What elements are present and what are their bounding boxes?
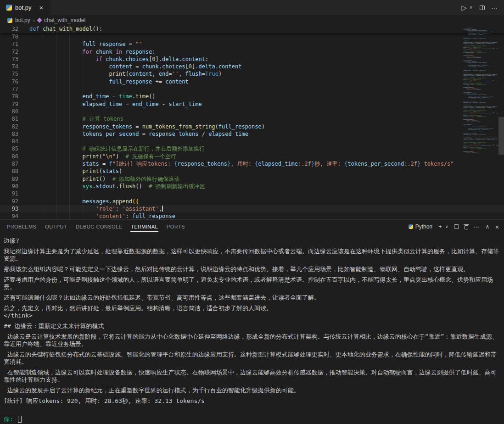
code-token: full_response <box>83 41 126 47</box>
code-token: , <box>179 71 185 77</box>
editor-more-actions-icon[interactable]: ⋯ <box>491 5 498 11</box>
kill-terminal-icon[interactable] <box>464 224 469 229</box>
line-number[interactable]: 78 <box>0 93 18 100</box>
code-token: def <box>29 26 39 32</box>
code-token: content <box>489 31 493 33</box>
minimap-line: 'content': full_response <box>454 153 498 155</box>
code-token: () <box>149 93 155 100</box>
code-line[interactable]: 72 for chunk in response: <box>0 48 504 56</box>
line-number[interactable]: 86 <box>0 153 18 160</box>
new-terminal-icon[interactable]: + <box>438 224 442 229</box>
python-file-icon <box>6 5 12 11</box>
terminal-profile[interactable]: Python <box>409 223 432 230</box>
line-number[interactable]: 71 <box>0 40 18 48</box>
line-number[interactable]: 94 <box>0 212 18 220</box>
code-line[interactable]: 84 <box>0 138 504 145</box>
code-line[interactable]: 76 full_response += content <box>0 78 504 85</box>
code-line[interactable]: 85 # 确保统计信息显示在新行，并在后额外添加换行 <box>0 145 504 152</box>
terminal[interactable]: 边缘?我记得边缘计算主要是为了减少延迟，处理靠近数据源的数据，这样可以更快响应，… <box>0 234 504 424</box>
line-number[interactable]: 77 <box>0 85 18 93</box>
code-token: = <box>168 71 172 77</box>
code-line[interactable]: 81 # 计算 tokens <box>0 115 504 123</box>
line-number[interactable]: 84 <box>0 138 18 145</box>
code-line[interactable]: 83 tokens_per_second = response_tokens /… <box>0 130 504 138</box>
code-line[interactable]: 88 print(stats) <box>0 167 504 175</box>
code-token: = <box>99 161 109 167</box>
code-token: 0 <box>152 56 155 62</box>
editor-tab-botpy[interactable]: bot.py × <box>0 0 50 15</box>
run-python-file-icon[interactable]: ▷ <box>461 4 467 11</box>
line-number[interactable]: 83 <box>0 130 18 138</box>
panel-tab-debug-console[interactable]: DEBUG CONSOLE <box>75 222 123 232</box>
panel-tab-problems[interactable]: PROBLEMS <box>6 222 37 232</box>
editor-scrollbar-thumb[interactable] <box>498 117 504 155</box>
code-line[interactable]: 91 <box>0 190 504 197</box>
split-editor-icon[interactable] <box>480 6 485 10</box>
line-number[interactable]: 72 <box>0 48 18 56</box>
line-number[interactable]: 92 <box>0 198 18 205</box>
line-number[interactable]: 79 <box>0 100 18 108</box>
code-line[interactable]: 77 <box>0 85 504 93</box>
line-number[interactable]: 70 <box>0 33 18 40</box>
code-token: True <box>205 71 218 77</box>
panel-tab-output[interactable]: OUTPUT <box>45 222 67 232</box>
breadcrumb-symbol[interactable]: chat_with_model <box>44 17 85 23</box>
code-token: # 强制刷新输出缓冲区 <box>476 52 487 53</box>
tab-close-icon[interactable]: × <box>39 4 43 11</box>
code-line[interactable]: 82 response_tokens = num_tokens_from_str… <box>0 123 504 130</box>
split-terminal-icon[interactable] <box>454 224 459 229</box>
line-number: 32 <box>0 25 18 33</box>
code-token: 'content' <box>466 89 471 90</box>
code-token: ) <box>489 65 489 66</box>
code-editor[interactable]: 32 def chat_with_model(): 7071 full_resp… <box>0 25 504 220</box>
code-line[interactable]: 87 stats = f"[统计] 响应tokens: {response_to… <box>0 160 504 167</box>
close-panel-icon[interactable]: × <box>495 223 499 230</box>
code-line[interactable]: 89 print() # 添加额外的换行确保滚动 <box>0 175 504 183</box>
panel-tab-terminal[interactable]: TERMINAL <box>130 222 158 232</box>
code-token: full_response <box>468 130 476 132</box>
code-line[interactable]: 92 messages.append({ <box>0 198 504 205</box>
code-line[interactable]: 75 print(content, end='', flush=True) <box>0 70 504 78</box>
line-number[interactable]: 87 <box>0 160 18 167</box>
code-token: end_time <box>473 102 478 103</box>
line-number[interactable]: 74 <box>0 63 18 70</box>
code-line[interactable]: 73 if chunk.choices[0].delta.content: <box>0 56 504 63</box>
code-line[interactable]: 71 full_response = "" <box>0 40 504 48</box>
line-number[interactable]: 93 <box>0 205 18 212</box>
code-token: full_response <box>468 98 476 100</box>
terminal-dropdown-icon[interactable]: ∨ <box>444 225 449 229</box>
line-number[interactable]: 73 <box>0 56 18 63</box>
code-line[interactable]: 70 <box>0 33 504 40</box>
code-token: flush <box>185 71 202 77</box>
terminal-prompt[interactable]: 你: <box>4 416 500 423</box>
line-number[interactable]: 89 <box>0 175 18 183</box>
code-line[interactable]: 80 <box>0 108 504 115</box>
panel-tab-ports[interactable]: PORTS <box>166 222 185 232</box>
line-number[interactable]: 75 <box>0 70 18 78</box>
line-number[interactable]: 82 <box>0 123 18 130</box>
breadcrumb-file[interactable]: bot.py <box>15 17 30 23</box>
code-line[interactable]: 93 'role': 'assistant', <box>0 205 504 212</box>
code-line[interactable]: 90 sys.stdout.flush() # 强制刷新输出缓冲区 <box>0 183 504 190</box>
code-line[interactable]: 86 print("\n") # 先确保有一个空行 <box>0 153 504 160</box>
code-line[interactable]: 74 content = chunk.choices[0].delta.cont… <box>0 63 504 70</box>
line-number[interactable]: 81 <box>0 115 18 123</box>
code-token: full_response <box>473 121 481 123</box>
code-line[interactable]: 94 'content': full_response <box>0 212 504 220</box>
terminal-cursor-icon <box>18 416 22 423</box>
terminal-line: 还有可能遗漏什么呢？比如边缘云的好处包括低延迟、带宽节省、高可用性等点，这些都要… <box>4 294 500 301</box>
code-line[interactable]: 79 elapsed_time = end_time - start_time <box>0 100 504 108</box>
line-number[interactable]: 85 <box>0 145 18 152</box>
code-line[interactable]: 78 end_time = time.time() <box>0 93 504 100</box>
terminal-more-actions-icon[interactable]: ⋯ <box>474 223 480 230</box>
line-number[interactable]: 90 <box>0 183 18 190</box>
line-number[interactable]: 88 <box>0 167 18 175</box>
minimap[interactable]: full_response = "" for chunk in response… <box>454 26 498 218</box>
maximize-panel-icon[interactable]: ∧ <box>485 224 490 229</box>
run-dropdown-icon[interactable]: ∨ <box>469 6 473 10</box>
line-number[interactable]: 80 <box>0 108 18 115</box>
sticky-scroll-line[interactable]: 32 def chat_with_model(): <box>0 25 504 33</box>
line-number[interactable]: 91 <box>0 190 18 197</box>
line-number[interactable]: 76 <box>0 78 18 85</box>
code-token: content <box>489 63 493 65</box>
